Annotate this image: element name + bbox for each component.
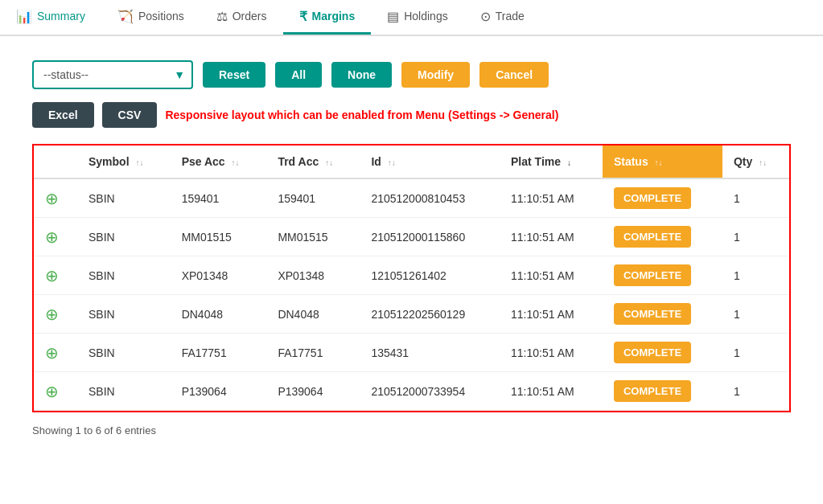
plat-time-cell: 11:10:51 AM (500, 334, 603, 372)
cancel-button[interactable]: Cancel (479, 62, 549, 88)
trd-acc-cell: DN4048 (266, 295, 360, 334)
status-cell: COMPLETE (603, 178, 722, 218)
status-badge: COMPLETE (614, 342, 691, 363)
orders-table-wrapper: Symbol ↑↓ Pse Acc ↑↓ Trd Acc ↑↓ Id ↑↓ Pl… (32, 144, 791, 412)
nav-item-margins[interactable]: ₹Margins (283, 0, 372, 35)
expand-row-button[interactable]: ⊕ (45, 306, 59, 322)
responsive-message: Responsive layout which can be enabled f… (165, 109, 558, 121)
orders-table: Symbol ↑↓ Pse Acc ↑↓ Trd Acc ↑↓ Id ↑↓ Pl… (34, 145, 789, 411)
id-sort-icon: ↑↓ (388, 158, 396, 167)
expand-row-button[interactable]: ⊕ (45, 383, 59, 400)
expand-cell: ⊕ (34, 372, 77, 411)
qty-cell: 1 (722, 256, 789, 295)
qty-cell: 1 (722, 372, 789, 411)
trd-acc-cell: P139064 (266, 372, 360, 411)
id-cell: 210512202560129 (360, 295, 500, 334)
trade-icon: ⊙ (480, 9, 491, 24)
pse-acc-cell: 159401 (171, 178, 267, 218)
expand-cell: ⊕ (34, 334, 77, 372)
excel-button[interactable]: Excel (32, 102, 94, 128)
expand-header (34, 145, 77, 178)
table-row: ⊕SBIN15940115940121051200081045311:10:51… (34, 178, 789, 218)
plat-time-cell: 11:10:51 AM (500, 256, 603, 295)
reset-button[interactable]: Reset (203, 62, 265, 88)
top-navigation: 📊Summary🏹Positions⚖Orders₹Margins▤Holdin… (0, 0, 823, 36)
holdings-icon: ▤ (387, 9, 399, 24)
status-badge: COMPLETE (614, 380, 691, 402)
status-sort-icon: ↑↓ (655, 158, 663, 167)
qty-cell: 1 (722, 334, 789, 372)
nav-item-positions[interactable]: 🏹Positions (101, 0, 200, 35)
main-content: --status-- ▼ Reset All None Modify Cance… (0, 36, 823, 461)
trd-acc-cell: FA17751 (266, 334, 360, 372)
status-badge: COMPLETE (614, 303, 691, 325)
nav-item-label-holdings: Holdings (404, 10, 447, 23)
expand-row-button[interactable]: ⊕ (45, 229, 59, 245)
table-header-row: Symbol ↑↓ Pse Acc ↑↓ Trd Acc ↑↓ Id ↑↓ Pl… (34, 145, 789, 178)
trd-acc-cell: 159401 (266, 178, 360, 218)
table-row: ⊕SBINP139064P13906421051200073395411:10:… (34, 372, 789, 411)
qty-cell: 1 (722, 178, 789, 218)
symbol-sort-icon: ↑↓ (135, 158, 143, 167)
table-row: ⊕SBINMM01515MM0151521051200011586011:10:… (34, 218, 789, 256)
nav-item-trade[interactable]: ⊙Trade (464, 0, 541, 35)
id-cell: 210512000733954 (360, 372, 500, 411)
trd-acc-cell: XP01348 (266, 256, 360, 295)
plat-time-header[interactable]: Plat Time ↓ (500, 145, 603, 178)
id-cell: 135431 (360, 334, 500, 372)
status-cell: COMPLETE (603, 218, 722, 256)
nav-item-orders[interactable]: ⚖Orders (200, 0, 283, 35)
expand-cell: ⊕ (34, 178, 77, 218)
plat-time-sort-icon: ↓ (567, 158, 571, 167)
qty-header[interactable]: Qty ↑↓ (722, 145, 789, 178)
status-badge: COMPLETE (614, 226, 691, 248)
status-select-wrapper: --status-- ▼ (32, 60, 193, 89)
margins-icon: ₹ (299, 9, 307, 24)
plat-time-cell: 11:10:51 AM (500, 178, 603, 218)
trd-acc-header[interactable]: Trd Acc ↑↓ (266, 145, 360, 178)
expand-cell: ⊕ (34, 256, 77, 295)
expand-cell: ⊕ (34, 218, 77, 256)
table-row: ⊕SBINDN4048DN404821051220256012911:10:51… (34, 295, 789, 334)
nav-item-label-summary: Summary (37, 10, 85, 23)
qty-cell: 1 (722, 295, 789, 334)
expand-cell: ⊕ (34, 295, 77, 334)
table-row: ⊕SBINXP01348XP0134812105126140211:10:51 … (34, 256, 789, 295)
nav-item-label-margins: Margins (312, 10, 356, 23)
trd-acc-sort-icon: ↑↓ (325, 158, 333, 167)
status-badge: COMPLETE (614, 264, 691, 286)
export-row: Excel CSV Responsive layout which can be… (32, 102, 791, 128)
pse-acc-sort-icon: ↑↓ (232, 158, 240, 167)
none-button[interactable]: None (331, 62, 392, 88)
plat-time-cell: 11:10:51 AM (500, 295, 603, 334)
modify-button[interactable]: Modify (401, 62, 470, 88)
status-select[interactable]: --status-- (32, 60, 193, 89)
nav-item-summary[interactable]: 📊Summary (0, 0, 101, 35)
summary-icon: 📊 (16, 9, 32, 24)
status-header[interactable]: Status ↑↓ (603, 145, 722, 178)
expand-row-button[interactable]: ⊕ (45, 191, 59, 207)
plat-time-cell: 11:10:51 AM (500, 372, 603, 411)
symbol-cell: SBIN (77, 256, 171, 295)
all-button[interactable]: All (275, 62, 322, 88)
table-row: ⊕SBINFA17751FA1775113543111:10:51 AMCOMP… (34, 334, 789, 372)
id-header[interactable]: Id ↑↓ (360, 145, 500, 178)
table-footer: Showing 1 to 6 of 6 entries (32, 424, 791, 436)
symbol-cell: SBIN (77, 218, 171, 256)
expand-row-button[interactable]: ⊕ (45, 345, 59, 361)
symbol-cell: SBIN (77, 372, 171, 411)
pse-acc-cell: XP01348 (171, 256, 267, 295)
csv-button[interactable]: CSV (102, 102, 158, 128)
trd-acc-cell: MM01515 (266, 218, 360, 256)
qty-cell: 1 (722, 218, 789, 256)
status-cell: COMPLETE (603, 295, 722, 334)
nav-item-label-positions: Positions (138, 10, 184, 23)
nav-item-holdings[interactable]: ▤Holdings (371, 0, 463, 35)
expand-row-button[interactable]: ⊕ (45, 268, 59, 284)
status-cell: COMPLETE (603, 334, 722, 372)
status-badge: COMPLETE (614, 187, 691, 209)
symbol-header[interactable]: Symbol ↑↓ (77, 145, 171, 178)
pse-acc-header[interactable]: Pse Acc ↑↓ (171, 145, 267, 178)
table-body: ⊕SBIN15940115940121051200081045311:10:51… (34, 178, 789, 411)
id-cell: 210512000810453 (360, 178, 500, 218)
